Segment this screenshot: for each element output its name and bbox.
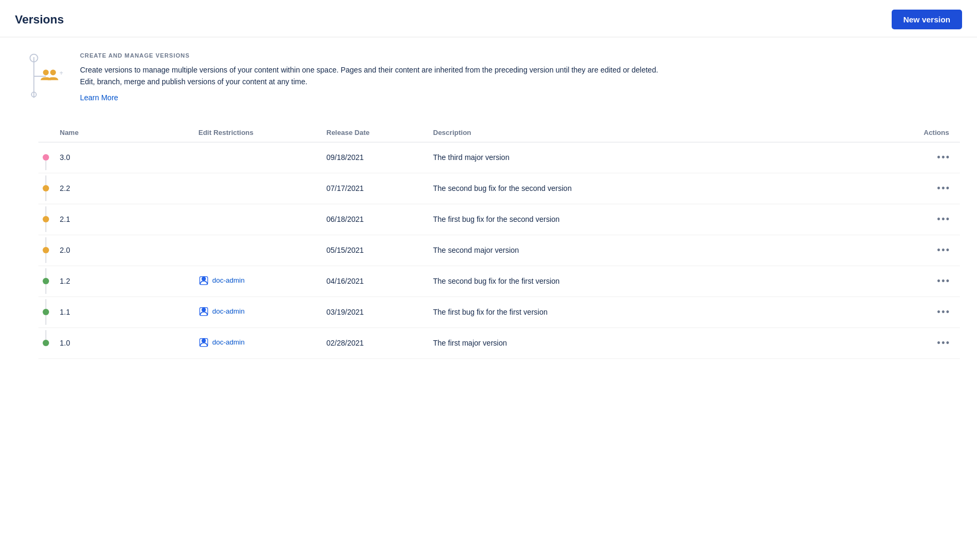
table-row: 1.1 doc-admin03/19/2021The first bug fix… — [38, 297, 960, 327]
version-description: The first major version — [427, 327, 917, 358]
edit-restrictions — [192, 173, 320, 204]
info-text-block: CREATE AND MANAGE VERSIONS Create versio… — [80, 52, 960, 102]
actions-cell: ••• — [917, 173, 960, 204]
timeline-dot-cell — [38, 297, 53, 327]
actions-cell: ••• — [917, 266, 960, 297]
edit-restrictions — [192, 142, 320, 173]
actions-menu-button[interactable]: ••• — [934, 306, 954, 319]
version-name: 2.1 — [53, 204, 192, 235]
svg-text:+: + — [59, 69, 63, 77]
table-header: Name Edit Restrictions Release Date Desc… — [38, 123, 960, 142]
actions-menu-button[interactable]: ••• — [934, 151, 954, 164]
actions-menu-button[interactable]: ••• — [934, 275, 954, 288]
col-header-actions: Actions — [917, 123, 960, 142]
release-date: 07/17/2021 — [320, 173, 427, 204]
release-date: 09/18/2021 — [320, 142, 427, 173]
actions-cell: ••• — [917, 235, 960, 266]
info-label: CREATE AND MANAGE VERSIONS — [80, 52, 960, 59]
page-title: Versions — [15, 13, 64, 27]
version-description: The second bug fix for the first version — [427, 266, 917, 297]
version-name: 3.0 — [53, 142, 192, 173]
table-row: 2.207/17/2021The second bug fix for the … — [38, 173, 960, 204]
version-description: The first bug fix for the first version — [427, 297, 917, 327]
timeline-dot-cell — [38, 204, 53, 235]
version-name: 1.2 — [53, 266, 192, 297]
timeline-dot — [43, 309, 49, 315]
table-row: 1.0 doc-admin02/28/2021The first major v… — [38, 327, 960, 358]
actions-menu-button[interactable]: ••• — [934, 213, 954, 226]
version-description: The second major version — [427, 235, 917, 266]
timeline-dot-cell — [38, 327, 53, 358]
timeline-dot — [43, 340, 49, 346]
edit-restrictions — [192, 235, 320, 266]
info-description: Create versions to manage multiple versi… — [80, 64, 667, 88]
release-date: 02/28/2021 — [320, 327, 427, 358]
timeline-dot-cell — [38, 173, 53, 204]
version-name: 2.0 — [53, 235, 192, 266]
timeline-dot-cell — [38, 266, 53, 297]
table-row: 1.2 doc-admin04/16/2021The second bug fi… — [38, 266, 960, 297]
table-row: 2.005/15/2021The second major version••• — [38, 235, 960, 266]
actions-menu-button[interactable]: ••• — [934, 244, 954, 257]
timeline-dot-cell — [38, 235, 53, 266]
col-header-release: Release Date — [320, 123, 427, 142]
version-description: The third major version — [427, 142, 917, 173]
version-name: 1.1 — [53, 297, 192, 327]
versions-table-wrapper: Name Edit Restrictions Release Date Desc… — [17, 123, 960, 359]
version-description: The second bug fix for the second versio… — [427, 173, 917, 204]
user-icon — [198, 337, 209, 348]
actions-cell: ••• — [917, 327, 960, 358]
versions-table-body: 3.009/18/2021The third major version•••2… — [38, 142, 960, 358]
actions-cell: ••• — [917, 142, 960, 173]
col-header-edit: Edit Restrictions — [192, 123, 320, 142]
edit-restrictions[interactable]: doc-admin — [192, 266, 320, 297]
user-badge[interactable]: doc-admin — [198, 275, 245, 286]
timeline-dot-cell — [38, 142, 53, 173]
edit-restrictions[interactable]: doc-admin — [192, 327, 320, 358]
version-description: The first bug fix for the second version — [427, 204, 917, 235]
timeline-dot — [43, 278, 49, 284]
release-date: 06/18/2021 — [320, 204, 427, 235]
svg-point-4 — [43, 69, 49, 75]
actions-cell: ••• — [917, 297, 960, 327]
timeline-dot — [43, 216, 49, 222]
col-header-description: Description — [427, 123, 917, 142]
svg-point-5 — [50, 69, 56, 75]
user-badge[interactable]: doc-admin — [198, 337, 245, 348]
col-header-timeline — [38, 123, 53, 142]
page-header: Versions New version — [0, 0, 977, 37]
release-date: 05/15/2021 — [320, 235, 427, 266]
user-icon — [198, 306, 209, 317]
timeline-dot — [43, 154, 49, 161]
learn-more-link[interactable]: Learn More — [80, 93, 118, 102]
col-header-name: Name — [53, 123, 192, 142]
versions-table: Name Edit Restrictions Release Date Desc… — [38, 123, 960, 359]
info-section: + CREATE AND MANAGE VERSIONS Create vers… — [17, 52, 960, 102]
table-row: 2.106/18/2021The first bug fix for the s… — [38, 204, 960, 235]
timeline-dot — [43, 247, 49, 253]
version-name: 2.2 — [53, 173, 192, 204]
release-date: 03/19/2021 — [320, 297, 427, 327]
edit-restrictions — [192, 204, 320, 235]
version-name: 1.0 — [53, 327, 192, 358]
actions-menu-button[interactable]: ••• — [934, 182, 954, 195]
actions-cell: ••• — [917, 204, 960, 235]
edit-restrictions[interactable]: doc-admin — [192, 297, 320, 327]
version-graphic-icon: + — [17, 52, 65, 100]
actions-menu-button[interactable]: ••• — [934, 337, 954, 350]
main-content: + CREATE AND MANAGE VERSIONS Create vers… — [0, 37, 977, 374]
user-icon — [198, 275, 209, 286]
new-version-button[interactable]: New version — [892, 10, 962, 29]
user-badge[interactable]: doc-admin — [198, 306, 245, 317]
table-row: 3.009/18/2021The third major version••• — [38, 142, 960, 173]
release-date: 04/16/2021 — [320, 266, 427, 297]
timeline-dot — [43, 185, 49, 191]
